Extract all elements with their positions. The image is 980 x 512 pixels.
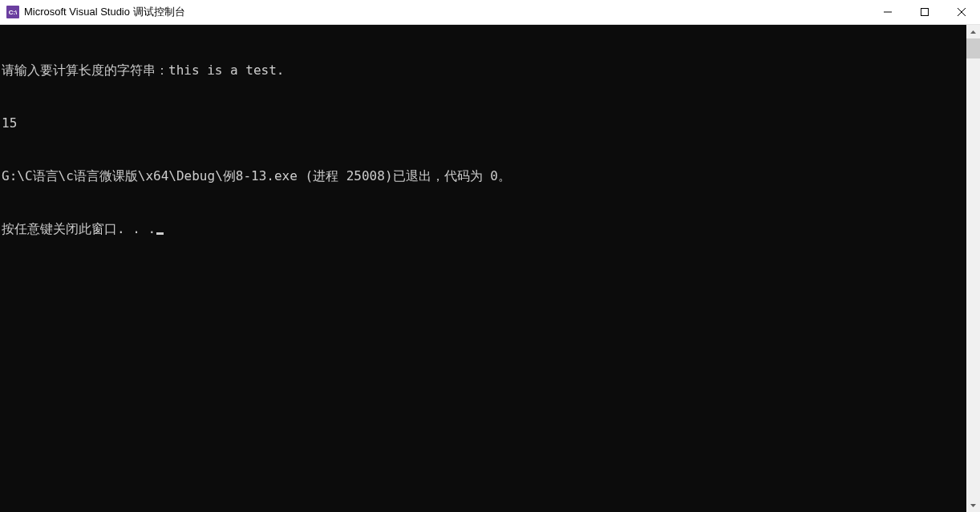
scrollbar-track[interactable] [966,38,980,498]
console-area: 请输入要计算长度的字符串：this is a test. 15 G:\C语言\c… [0,25,980,512]
scrollbar-down-button[interactable] [966,498,980,512]
console-line: 请输入要计算长度的字符串：this is a test. [2,62,965,79]
maximize-icon [921,8,929,16]
window-controls [869,0,980,24]
svg-marker-4 [970,30,976,34]
close-button[interactable] [943,0,980,24]
console-line: 按任意键关闭此窗口. . . [2,220,965,238]
minimize-icon [884,8,892,16]
app-icon-text: C:\ [9,9,18,16]
console-output[interactable]: 请输入要计算长度的字符串：this is a test. 15 G:\C语言\c… [0,25,966,512]
console-text: 按任意键关闭此窗口. . . [2,221,156,236]
scrollbar-up-button[interactable] [966,25,980,38]
console-line: G:\C语言\c语言微课版\x64\Debug\例8-13.exe (进程 25… [2,167,965,185]
close-icon [958,8,966,16]
app-icon: C:\ [6,6,19,18]
window-title: Microsoft Visual Studio 调试控制台 [24,5,869,19]
svg-marker-5 [970,504,976,507]
console-line: 15 [2,115,965,132]
text-cursor [156,232,164,235]
scrollbar-thumb[interactable] [966,38,980,58]
minimize-button[interactable] [869,0,906,24]
svg-rect-1 [921,9,929,16]
maximize-button[interactable] [906,0,943,24]
window-titlebar: C:\ Microsoft Visual Studio 调试控制台 [0,0,980,25]
vertical-scrollbar[interactable] [966,25,980,512]
chevron-down-icon [970,504,976,507]
chevron-up-icon [970,30,976,34]
